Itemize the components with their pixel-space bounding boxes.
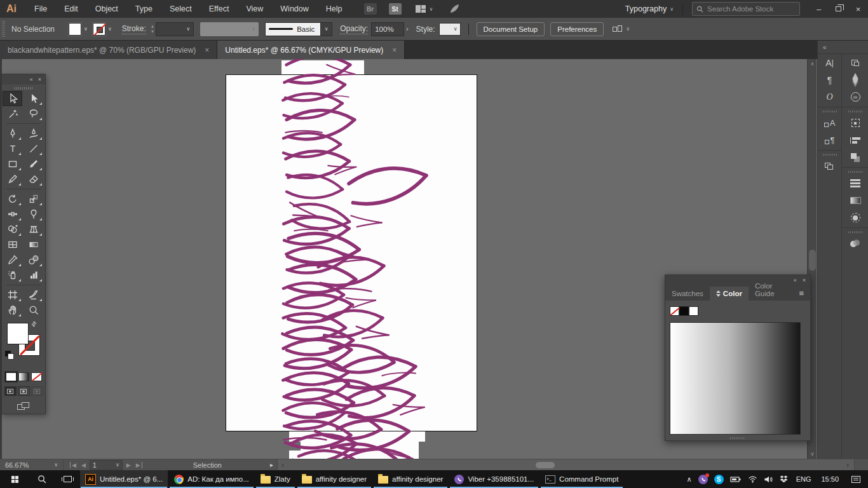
tray-viber[interactable]	[695, 475, 711, 484]
tab-color[interactable]: Color	[710, 287, 749, 301]
taskbar-app-illustrator[interactable]: Ai Untitled.eps* @ 6...	[80, 470, 168, 488]
paragraph-styles-panel-icon[interactable]: ¶	[818, 132, 841, 149]
offboard-object[interactable]	[289, 431, 425, 442]
stroke-weight-label[interactable]: Stroke:	[122, 24, 146, 34]
preferences-button[interactable]: Preferences	[550, 22, 604, 36]
swatch-white[interactable]	[689, 306, 698, 316]
stroke-weight-dropdown[interactable]: ∨	[156, 22, 194, 36]
taskbar-app-folder-zlaty[interactable]: Zlaty	[255, 470, 295, 488]
dock-grip[interactable]	[818, 152, 841, 158]
swap-fill-stroke-icon[interactable]: ⇄	[29, 320, 38, 329]
brush-definition-chevron-icon[interactable]: ∨	[321, 22, 332, 36]
first-artboard-icon[interactable]: ◀	[70, 462, 76, 468]
dock-grip[interactable]	[842, 169, 868, 175]
tab-untitled[interactable]: Untitled.eps* @ 66.67% (CMYK/GPU Preview…	[217, 41, 405, 59]
dock-grip[interactable]	[842, 229, 868, 235]
zoom-level-dropdown[interactable]: 66.67% ∨	[0, 459, 64, 471]
last-artboard-icon[interactable]: ▶	[136, 462, 142, 468]
document-setup-button[interactable]: Document Setup	[477, 22, 545, 36]
perspective-grid-tool[interactable]	[24, 222, 43, 237]
scale-tool[interactable]	[24, 191, 43, 207]
taskbar-app-chrome[interactable]: AD: Как да импо...	[169, 470, 254, 488]
search-input[interactable]	[706, 4, 796, 13]
stroke-chevron-icon[interactable]: ∨	[108, 26, 112, 32]
rectangle-tool[interactable]	[3, 156, 22, 172]
magic-wand-tool[interactable]	[3, 106, 22, 121]
character-panel-icon[interactable]: A|	[818, 54, 841, 71]
tray-wifi[interactable]	[745, 475, 761, 483]
direct-selection-tool[interactable]	[24, 91, 43, 106]
menu-file[interactable]: File	[34, 4, 47, 13]
draw-normal-button[interactable]	[4, 386, 17, 396]
workspace-chevron-icon[interactable]: ∨	[670, 6, 674, 12]
collapse-panel-icon[interactable]: «	[30, 76, 33, 83]
slice-tool[interactable]	[24, 287, 43, 302]
blend-tool[interactable]	[24, 252, 43, 268]
panel-grip[interactable]	[15, 87, 32, 90]
grayscale-spectrum-ramp[interactable]	[670, 322, 801, 435]
fill-color-swatch[interactable]	[69, 23, 81, 36]
stroke-color-swatch[interactable]	[93, 23, 105, 36]
scroll-right-icon[interactable]: ›	[846, 461, 849, 470]
align-chevron-icon[interactable]: ∨	[626, 26, 630, 32]
close-panel-icon[interactable]: ×	[803, 277, 806, 283]
eyedropper-tool[interactable]	[3, 252, 22, 268]
scroll-up-icon[interactable]: ∧	[808, 61, 817, 67]
brush-definition-preview[interactable]: Basic	[265, 22, 321, 36]
next-artboard-icon[interactable]: ▶	[126, 462, 131, 468]
prev-artboard-icon[interactable]: ◀	[81, 462, 86, 468]
stock-icon[interactable]: St	[389, 3, 402, 15]
align-options-icon[interactable]	[613, 25, 623, 33]
artboard[interactable]	[226, 74, 477, 431]
paintbrush-tool[interactable]	[24, 156, 43, 172]
tab-blackandwhitepattern[interactable]: blackandwhitepattern.eps* @ 70% (RGB/GPU…	[0, 41, 217, 59]
line-segment-tool[interactable]	[24, 141, 43, 156]
close-panel-icon[interactable]: ×	[38, 76, 41, 83]
panel-menu-icon[interactable]: ≡	[792, 288, 810, 301]
eraser-tool[interactable]	[24, 172, 43, 187]
taskbar-app-folder-affinity-2[interactable]: affinity designer	[373, 470, 448, 488]
menu-type[interactable]: Type	[135, 4, 153, 13]
task-view-button[interactable]	[55, 470, 80, 488]
pen-tool[interactable]	[3, 126, 22, 141]
menu-help[interactable]: Help	[326, 4, 342, 13]
close-button[interactable]: ×	[848, 0, 868, 18]
hidden-icons-chevron-icon[interactable]: ∧	[684, 475, 695, 484]
artboards-panel-icon[interactable]	[842, 114, 868, 132]
taskbar-app-cmd[interactable]: >_ Command Prompt	[540, 470, 623, 488]
action-center-button[interactable]	[844, 476, 868, 483]
color-button[interactable]	[6, 372, 17, 381]
zoom-chevron-icon[interactable]: ∨	[54, 462, 58, 468]
menu-view[interactable]: View	[246, 4, 263, 13]
taskbar-search-button[interactable]	[29, 470, 55, 488]
tab-close-icon[interactable]: ×	[392, 46, 397, 55]
swatch-none[interactable]	[670, 306, 679, 316]
shape-builder-tool[interactable]	[3, 222, 22, 237]
menu-object[interactable]: Object	[95, 4, 118, 13]
stroke-weight-stepper[interactable]: ∧∨	[151, 25, 154, 33]
mesh-tool[interactable]	[3, 237, 22, 252]
menu-edit[interactable]: Edit	[64, 4, 78, 13]
artboard-navigation-field[interactable]: 1 ∨	[90, 460, 123, 470]
panel-resize-grip[interactable]	[730, 437, 745, 439]
puppet-warp-tool[interactable]	[24, 207, 43, 222]
offboard-object[interactable]	[337, 60, 364, 69]
style-dropdown[interactable]: ∨	[439, 23, 461, 36]
fill-indicator-white[interactable]	[7, 323, 29, 344]
offboard-object[interactable]	[301, 442, 419, 451]
tab-color-guide[interactable]: Color Guide	[749, 279, 793, 301]
taskbar-app-folder-affinity-1[interactable]: affinity designer	[297, 470, 372, 488]
menu-window[interactable]: Window	[280, 4, 308, 13]
start-button[interactable]	[0, 470, 29, 488]
panel-grip[interactable]	[2, 21, 5, 37]
width-tool[interactable]	[3, 207, 22, 222]
arrange-documents-icon[interactable]	[416, 5, 426, 13]
stroke-panel-icon[interactable]	[842, 175, 868, 192]
transparency-panel-icon[interactable]	[842, 209, 868, 226]
clock[interactable]: 15:50	[816, 475, 844, 483]
minimize-button[interactable]: –	[809, 0, 829, 18]
opentype-panel-icon[interactable]: O	[818, 88, 841, 105]
menu-select[interactable]: Select	[170, 4, 192, 13]
pathfinder-panel-icon[interactable]	[842, 149, 868, 166]
appearance-panel-icon[interactable]	[818, 158, 841, 175]
